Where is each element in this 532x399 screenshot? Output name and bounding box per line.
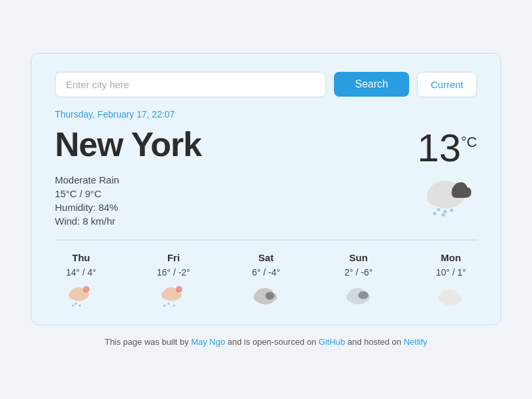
svg-point-8	[450, 209, 453, 212]
forecast-thu-temp: 14° / 4°	[66, 267, 96, 278]
forecast-fri: Fri 16° / -2°	[148, 252, 200, 309]
forecast-sat-icon	[250, 281, 282, 309]
weather-details: Moderate Rain 15°C / 9°C Humidity: 84% W…	[55, 174, 119, 227]
forecast-sat-temp: 6° / -4°	[252, 267, 280, 278]
svg-point-38	[442, 296, 459, 306]
forecast-fri-temp: 16° / -2°	[157, 267, 190, 278]
temperature-value: 13	[418, 129, 461, 168]
forecast-mon-day: Mon	[441, 252, 461, 263]
footer-text: This page was built by	[105, 337, 191, 347]
svg-point-4	[437, 208, 440, 212]
forecast-mon-icon	[435, 281, 467, 309]
forecast-row: Thu 14° / 4° Fri 16° / -2°	[55, 252, 477, 309]
svg-point-20	[165, 293, 179, 301]
svg-point-13	[83, 286, 90, 293]
high-low-label: 15°C / 9°C	[55, 188, 119, 199]
temperature-block: 13 °C	[418, 125, 477, 168]
forecast-thu-day: Thu	[72, 252, 90, 263]
svg-point-34	[358, 291, 369, 299]
forecast-mon: Mon 10° / 1°	[425, 252, 477, 309]
forecast-sun: Sun 2° / -6°	[333, 252, 385, 309]
svg-point-12	[72, 293, 86, 301]
date-label: Thursday, February 17, 22:07	[55, 109, 477, 120]
footer-middle: and is open-sourced on	[225, 337, 318, 347]
forecast-fri-day: Fri	[167, 252, 180, 263]
forecast-sun-icon	[343, 281, 374, 309]
main-info: New York 13 °C	[55, 125, 477, 168]
svg-point-23	[173, 304, 175, 307]
humidity-label: Humidity: 84%	[55, 202, 119, 213]
divider	[55, 240, 477, 240]
svg-point-15	[78, 304, 81, 307]
svg-point-6	[433, 212, 436, 215]
forecast-sun-day: Sun	[349, 252, 367, 263]
netlify-link[interactable]: Netlify	[404, 337, 427, 347]
svg-point-14	[75, 302, 77, 305]
city-name: New York	[55, 125, 201, 164]
forecast-thu-icon	[65, 281, 97, 309]
svg-point-24	[163, 304, 166, 307]
svg-point-7	[441, 214, 444, 217]
footer: This page was built by May Ngo and is op…	[105, 337, 427, 347]
search-input[interactable]	[55, 72, 326, 97]
author-link[interactable]: May Ngo	[191, 337, 225, 347]
main-weather-icon	[418, 168, 477, 220]
search-row: Search Current	[55, 72, 477, 97]
weather-details-row: Moderate Rain 15°C / 9°C Humidity: 84% W…	[55, 174, 477, 227]
forecast-sat-day: Sat	[258, 252, 273, 263]
temperature-unit: °C	[461, 134, 477, 151]
svg-point-5	[443, 210, 446, 214]
forecast-sun-temp: 2° / -6°	[344, 267, 373, 278]
forecast-sat: Sat 6° / -4°	[240, 252, 292, 309]
github-link[interactable]: GitHub	[319, 337, 345, 347]
forecast-thu: Thu 14° / 4°	[55, 252, 107, 309]
svg-point-22	[167, 302, 170, 305]
svg-point-21	[176, 286, 182, 293]
forecast-fri-icon	[158, 281, 190, 309]
condition-label: Moderate Rain	[55, 174, 119, 185]
svg-point-29	[265, 292, 274, 300]
forecast-mon-temp: 10° / 1°	[436, 267, 466, 278]
weather-card: Search Current Thursday, February 17, 22…	[31, 53, 501, 325]
current-button[interactable]: Current	[417, 72, 477, 97]
search-button[interactable]: Search	[334, 72, 409, 97]
wind-label: Wind: 8 km/hr	[55, 215, 119, 227]
svg-point-16	[72, 304, 75, 307]
footer-end: and hosted on	[345, 337, 404, 347]
